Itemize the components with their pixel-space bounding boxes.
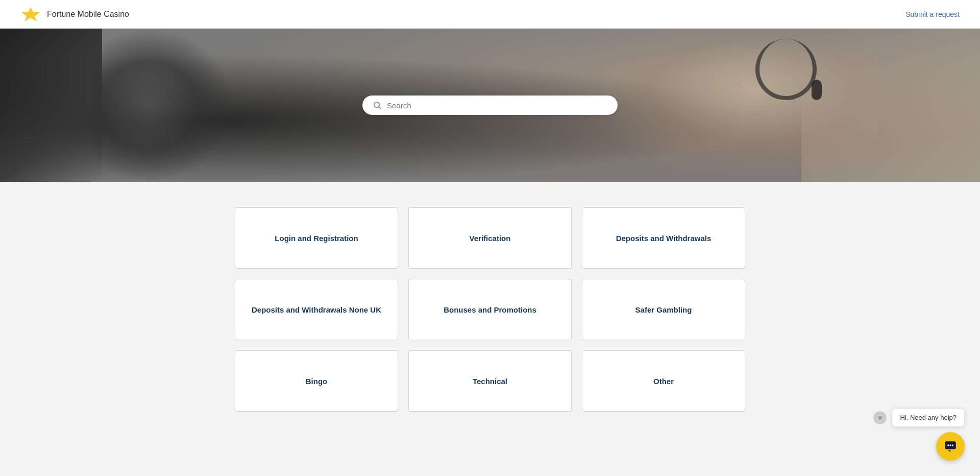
- card-safer-gambling[interactable]: Safer Gambling: [582, 279, 745, 340]
- hero-center-left-figure: [92, 29, 235, 182]
- card-technical[interactable]: Technical: [408, 350, 572, 412]
- hero-banner: [0, 29, 980, 182]
- search-input[interactable]: [387, 101, 607, 110]
- card-other[interactable]: Other: [582, 350, 745, 412]
- chat-close-icon: ×: [878, 414, 882, 422]
- card-bonuses-promotions[interactable]: Bonuses and Promotions: [408, 279, 572, 340]
- card-deposits-withdrawals-none-uk[interactable]: Deposits and Withdrawals None UK: [235, 279, 398, 340]
- headset-arc: [755, 39, 817, 100]
- card-label-login-registration: Login and Registration: [275, 234, 358, 243]
- card-label-bonuses-promotions: Bonuses and Promotions: [444, 305, 536, 314]
- svg-point-1: [374, 102, 380, 108]
- card-deposits-withdrawals[interactable]: Deposits and Withdrawals: [582, 207, 745, 269]
- header: Fortune Mobile Casino Submit a request: [0, 0, 980, 29]
- card-label-other: Other: [653, 377, 674, 386]
- submit-request-link[interactable]: Submit a request: [905, 10, 960, 18]
- card-label-safer-gambling: Safer Gambling: [635, 305, 692, 314]
- card-verification[interactable]: Verification: [408, 207, 572, 269]
- chat-open-button[interactable]: [936, 432, 965, 461]
- hero-far-right: [801, 29, 980, 182]
- main-content: Login and RegistrationVerificationDeposi…: [0, 182, 980, 437]
- search-box: [362, 96, 618, 115]
- card-login-registration[interactable]: Login and Registration: [235, 207, 398, 269]
- search-container: [362, 96, 618, 115]
- search-icon: [373, 101, 382, 110]
- card-bingo[interactable]: Bingo: [235, 350, 398, 412]
- card-label-deposits-withdrawals: Deposits and Withdrawals: [616, 234, 712, 243]
- chat-icon: [944, 440, 957, 453]
- svg-point-5: [949, 444, 951, 446]
- card-label-deposits-withdrawals-none-uk: Deposits and Withdrawals None UK: [252, 305, 381, 314]
- svg-marker-0: [21, 7, 40, 21]
- site-title: Fortune Mobile Casino: [47, 10, 129, 19]
- chat-close-button[interactable]: ×: [873, 411, 887, 424]
- logo-icon: [20, 6, 41, 22]
- hero-left-figure: [0, 29, 102, 182]
- chat-bubble-row: × Hi. Need any help?: [873, 408, 965, 427]
- card-label-bingo: Bingo: [306, 377, 328, 386]
- chat-widget: × Hi. Need any help?: [873, 408, 965, 461]
- card-label-technical: Technical: [473, 377, 507, 386]
- headset-earpiece: [812, 80, 822, 100]
- svg-line-2: [379, 107, 381, 109]
- card-label-verification: Verification: [470, 234, 511, 243]
- svg-point-4: [947, 444, 949, 446]
- svg-point-6: [952, 444, 953, 446]
- cards-grid: Login and RegistrationVerificationDeposi…: [235, 207, 745, 412]
- header-left: Fortune Mobile Casino: [20, 6, 129, 22]
- chat-help-bubble: Hi. Need any help?: [892, 408, 965, 427]
